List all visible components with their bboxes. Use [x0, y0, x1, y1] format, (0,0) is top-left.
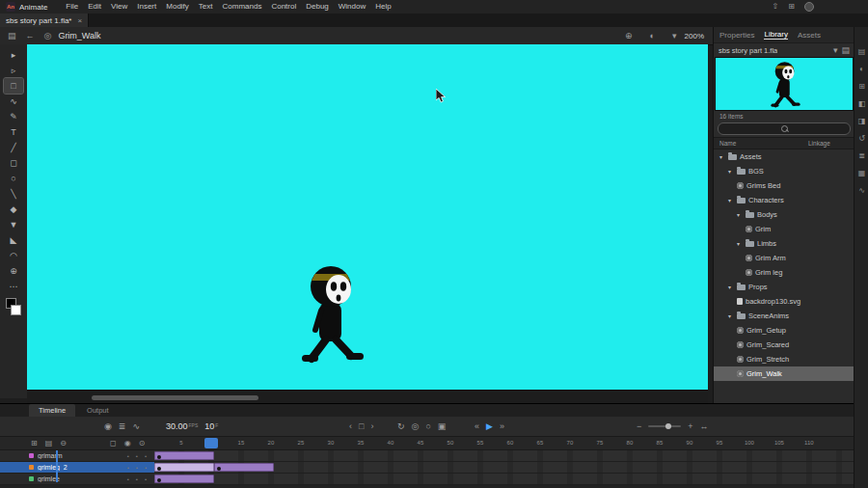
layer-name-cell[interactable]: grimleg_2••• [0, 462, 154, 473]
tween-span[interactable] [154, 451, 214, 460]
transform-panel-icon[interactable]: ↺ [858, 135, 865, 143]
document-tab[interactable]: sbs story part 1.fla* × [0, 14, 89, 27]
folder-caret-icon[interactable]: ▾ [719, 153, 725, 160]
edit-multiple-frames-icon[interactable]: ▣ [438, 422, 447, 431]
grim-character[interactable] [299, 262, 366, 364]
step-back-button[interactable]: ‹ [349, 422, 352, 431]
info-panel-icon[interactable]: ◨ [858, 118, 866, 125]
rectangle-tool[interactable]: ◻ [4, 155, 23, 171]
next-keyframe-button[interactable]: » [500, 422, 504, 431]
tab-properties[interactable]: Properties [719, 31, 754, 40]
fit-timeline-icon[interactable]: ↔ [700, 422, 709, 431]
zoom-in-icon[interactable]: + [688, 422, 692, 431]
tab-timeline[interactable]: Timeline [29, 404, 75, 417]
selection-tool[interactable]: ▸ [4, 47, 23, 63]
oval-tool[interactable]: ○ [4, 171, 23, 186]
folder-caret-icon[interactable]: ▾ [728, 284, 734, 290]
menu-window[interactable]: Window [334, 0, 370, 14]
folder-caret-icon[interactable]: ▾ [737, 240, 743, 247]
layer-outline-dot[interactable]: • [127, 453, 129, 459]
layer-outline-dot[interactable]: • [127, 465, 129, 471]
menu-file[interactable]: File [61, 0, 83, 14]
library-item-grim-stretch[interactable]: Grim_Stretch [714, 352, 854, 366]
tab-library[interactable]: Library [764, 30, 787, 40]
menu-debug[interactable]: Debug [301, 0, 334, 14]
layer-name-cell[interactable]: grimlee••• [0, 474, 154, 484]
history-panel-icon[interactable]: ≣ [858, 152, 865, 160]
layer-frames[interactable] [154, 474, 854, 484]
back-arrow-icon[interactable]: ← [26, 32, 35, 41]
edited-symbol-name[interactable]: Grim_Walk [58, 31, 100, 41]
layer-lock-dot[interactable]: • [145, 465, 147, 471]
library-item-grims-bed[interactable]: Grims Bed [714, 178, 854, 193]
library-item-grim-arm[interactable]: Grim Arm [714, 251, 854, 265]
close-tab-icon[interactable]: × [77, 16, 82, 25]
play-button[interactable]: ▶ [486, 422, 493, 431]
horizontal-scrollbar[interactable] [27, 390, 708, 404]
library-search-input[interactable] [718, 122, 851, 135]
library-item-sceneanims[interactable]: ▾SceneAnims [714, 309, 854, 323]
linkage-column-header[interactable]: Linkage [808, 140, 830, 147]
motion-panel-icon[interactable]: ∿ [858, 187, 865, 195]
tab-assets[interactable]: Assets [798, 31, 821, 40]
menu-modify[interactable]: Modify [161, 0, 194, 14]
library-item-props[interactable]: ▾Props [714, 280, 854, 294]
eyedropper-tool[interactable]: ◣ [4, 232, 23, 248]
layer-visibility-dot[interactable]: • [136, 453, 138, 459]
library-item-grim-walk[interactable]: Grim_Walk [714, 366, 854, 381]
hand-tool[interactable]: ◠ [4, 248, 23, 263]
subselection-tool[interactable]: ▹ [4, 63, 23, 78]
folder-caret-icon[interactable]: ▾ [728, 312, 734, 319]
zoom-tool[interactable]: ⊕ [4, 263, 23, 279]
fill-color-swatch[interactable] [11, 305, 21, 315]
menu-help[interactable]: Help [370, 0, 395, 14]
library-item-characters[interactable]: ▾Characters [714, 193, 854, 207]
playhead-handle[interactable] [204, 438, 218, 448]
outline-column-icon[interactable]: ◻ [110, 440, 117, 447]
stage-canvas[interactable] [27, 44, 708, 390]
folder-caret-icon[interactable]: ▾ [728, 197, 734, 203]
color-panel-icon[interactable]: ◐ [859, 66, 864, 73]
prev-keyframe-button[interactable]: « [475, 422, 479, 431]
free-transform-tool[interactable]: □ [4, 78, 23, 94]
library-document-name[interactable]: sbs story part 1.fla [719, 46, 777, 55]
library-item-bodys[interactable]: ▾Bodys [714, 207, 854, 222]
tween-span[interactable] [154, 474, 214, 483]
zoom-control[interactable]: ▾ 200% [667, 32, 704, 41]
library-item-grim-leg[interactable]: Grim leg [714, 265, 854, 280]
account-avatar[interactable] [804, 2, 814, 12]
components-panel-icon[interactable]: ▦ [858, 170, 866, 177]
pencil-tool[interactable]: ╲ [4, 186, 23, 202]
layer-frames[interactable] [154, 462, 854, 473]
menu-edit[interactable]: Edit [83, 0, 106, 14]
tab-output[interactable]: Output [77, 404, 119, 417]
folder-caret-icon[interactable]: ▾ [737, 211, 743, 218]
frame-rate-display[interactable]: 30.00FPS [166, 421, 198, 431]
text-tool[interactable]: T [4, 124, 23, 140]
step-forward-button[interactable]: › [370, 422, 373, 431]
pen-tool[interactable]: ✎ [4, 109, 23, 124]
layer-lock-dot[interactable]: • [145, 453, 147, 459]
add-keyframe-icon[interactable]: ◉ [104, 422, 112, 431]
menu-control[interactable]: Control [266, 0, 301, 14]
layer-lock-dot[interactable]: • [145, 476, 147, 482]
lasso-tool[interactable]: ∿ [4, 94, 23, 109]
zoom-out-icon[interactable]: − [637, 422, 641, 431]
onion-skin-icon[interactable]: ◎ [412, 422, 420, 431]
properties-panel-icon[interactable]: ▤ [858, 48, 866, 56]
layer-outline-dot[interactable]: • [127, 476, 129, 482]
tween-span[interactable] [214, 463, 274, 472]
library-item-limbs[interactable]: ▾Limbs [714, 236, 854, 251]
layer-visibility-dot[interactable]: • [136, 465, 138, 471]
layer-frames[interactable] [154, 450, 854, 461]
frame-ruler[interactable]: 5101520253035404550556065707580859095100… [154, 437, 854, 449]
brush-tool[interactable]: ◆ [4, 202, 23, 217]
lock-column-icon[interactable]: ⊙ [139, 440, 146, 447]
library-item-bgs[interactable]: ▾BGS [714, 164, 854, 178]
align-panel-icon[interactable]: ◧ [858, 100, 866, 108]
layer-row-grimlee[interactable]: grimlee••• [0, 474, 854, 485]
new-folder-button[interactable]: ▤ [45, 440, 53, 447]
scene-icon[interactable]: ▤ [8, 32, 16, 41]
visibility-column-icon[interactable]: ◉ [124, 440, 131, 447]
menu-view[interactable]: View [106, 0, 132, 14]
